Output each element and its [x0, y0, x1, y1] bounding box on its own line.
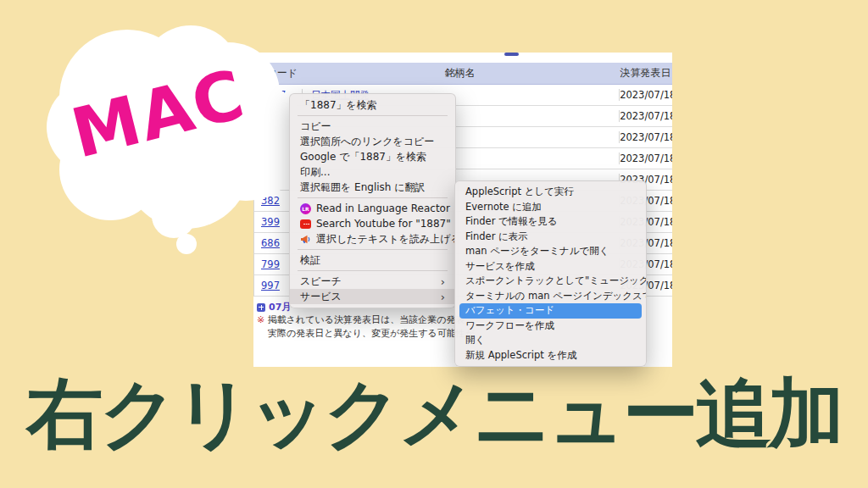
menu-item-speech[interactable]: スピーチ›	[290, 274, 455, 289]
language-reactor-icon: LR	[300, 203, 311, 214]
asterisk-mark: ※	[257, 314, 264, 325]
menu-item-print[interactable]: 印刷...	[290, 164, 455, 180]
menu-item-copy-link[interactable]: 選択箇所へのリンクをコピー	[290, 134, 455, 149]
menu-separator	[298, 115, 448, 116]
col-header-date: 決算発表日	[619, 66, 672, 80]
context-menu: 「1887」を検索 コピー 選択箇所へのリンクをコピー Google で「188…	[289, 93, 456, 308]
menu-item-search-1887[interactable]: 「1887」を検索	[290, 97, 455, 113]
menu-item-speak-text[interactable]: 選択したテキストを読み上げる	[290, 231, 455, 247]
menu-item-inspect[interactable]: 検証	[290, 252, 455, 268]
youtube-icon	[300, 219, 311, 229]
submenu-item-run-applescript[interactable]: AppleScript として実行	[455, 185, 646, 200]
menu-separator	[298, 197, 448, 198]
menu-item-google-search[interactable]: Google で「1887」を検索	[290, 149, 455, 164]
menu-item-search-youtube[interactable]: Search Youtube for "1887"	[290, 216, 455, 231]
earnings-date: 2023/07/18	[619, 131, 672, 143]
submenu-item-man-index-search[interactable]: ターミナルの man ページインデックスで検索	[455, 289, 646, 304]
month-toggle[interactable]: 07月	[257, 301, 291, 313]
services-submenu: AppleScript として実行 Evernote に追加 Finder で情…	[454, 180, 647, 367]
submenu-item-open[interactable]: 開く	[455, 333, 646, 348]
thumbnail-canvas: コード 銘柄名 決算発表日 1887 日本国土開発 2023/07/18 202…	[0, 0, 868, 488]
submenu-item-create-workflow[interactable]: ワークフローを作成	[455, 319, 646, 334]
menu-item-translate[interactable]: 選択範囲を English に翻訳	[290, 180, 455, 195]
submenu-item-add-evernote[interactable]: Evernote に追加	[455, 200, 646, 215]
submenu-item-finder-info[interactable]: Finder で情報を見る	[455, 214, 646, 230]
earnings-date: 2023/07/18	[619, 152, 672, 164]
earnings-date: 2023/07/18	[619, 89, 672, 101]
submenu-item-new-applescript[interactable]: 新規 AppleScript を作成	[455, 348, 646, 363]
submenu-item-create-service[interactable]: サービスを作成	[455, 259, 646, 274]
menu-separator	[298, 249, 448, 250]
menu-separator	[298, 270, 448, 271]
chevron-right-icon: ›	[441, 275, 445, 288]
footnote-line2: 実際の発表日と異なり、変更が発生する可能性が	[257, 327, 475, 341]
footnote-line1: 掲載されている決算発表日は、当該企業の発表	[268, 314, 465, 325]
megaphone-icon	[300, 234, 311, 245]
menu-item-copy[interactable]: コピー	[290, 119, 455, 134]
submenu-item-buffett-code[interactable]: バフェット・コード	[459, 303, 642, 319]
col-header-name: 銘柄名	[301, 66, 619, 80]
headline-text: 右クリックメニュー追加	[0, 363, 868, 466]
footnote: ※ 掲載されている決算発表日は、当該企業の発表 実際の発表日と異なり、変更が発生…	[257, 313, 475, 341]
earnings-date: 2023/07/18	[619, 110, 672, 122]
submenu-item-man-terminal[interactable]: man ページをターミナルで開く	[455, 244, 646, 259]
blue-dash-indicator	[504, 53, 519, 56]
chevron-right-icon: ›	[441, 291, 445, 303]
expand-icon	[257, 303, 265, 312]
table-header: コード 銘柄名 決算発表日	[253, 63, 672, 85]
submenu-item-show-finder[interactable]: Finder に表示	[455, 230, 646, 245]
month-toggle-label: 07月	[269, 301, 291, 313]
menu-item-services[interactable]: サービス›	[290, 289, 455, 304]
submenu-item-spoken-track[interactable]: スポークントラックとして"ミュージック"に追加	[455, 274, 646, 289]
menu-item-language-reactor[interactable]: LR Read in Language Reactor	[290, 201, 455, 216]
